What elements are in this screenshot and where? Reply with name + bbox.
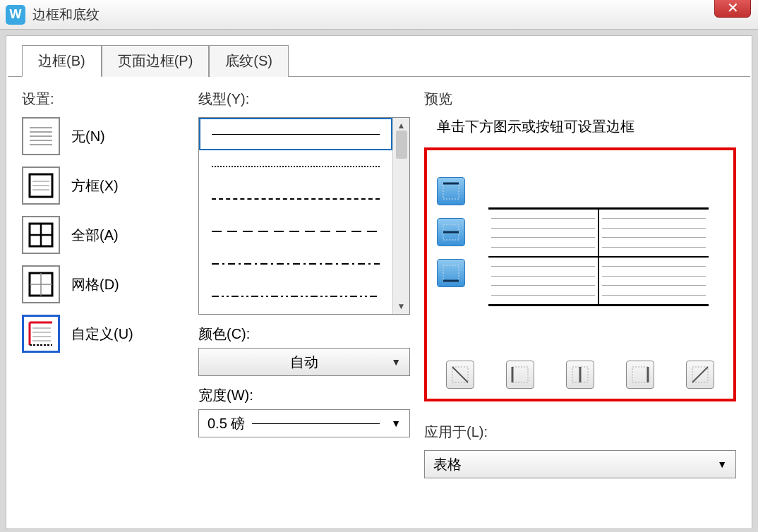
- line-dashed[interactable]: [199, 183, 392, 215]
- line-dotted[interactable]: [199, 150, 392, 183]
- window-title: 边框和底纹: [32, 6, 100, 24]
- line-list: [199, 118, 392, 314]
- line-style-listbox[interactable]: ▲ ▼: [198, 117, 410, 315]
- settings-column: 设置: 无(N) 方框(X) 全部(A): [22, 90, 184, 515]
- scrollbar[interactable]: ▲ ▼: [392, 118, 409, 314]
- preview-column: 预览 单击下方图示或按钮可设置边框: [424, 90, 736, 515]
- dialog-body: 边框(B) 页面边框(P) 底纹(S) 设置: 无(N) 方框(X): [6, 35, 752, 529]
- setting-box[interactable]: 方框(X): [22, 167, 184, 205]
- scroll-up-icon[interactable]: ▲: [397, 121, 406, 131]
- width-label: 宽度(W):: [198, 386, 410, 405]
- preview-table: [488, 207, 709, 306]
- color-label: 颜色(C):: [198, 325, 410, 344]
- setting-custom-label: 自定义(U): [71, 325, 133, 344]
- chevron-down-icon: ▼: [391, 418, 401, 429]
- border-top-button[interactable]: [437, 177, 465, 205]
- preview-label: 预览: [424, 90, 736, 109]
- border-left-button[interactable]: [506, 361, 534, 389]
- chevron-down-icon: ▼: [391, 356, 401, 368]
- app-icon: W: [6, 5, 25, 25]
- apply-section: 应用于(L): 表格 ▼: [424, 423, 736, 478]
- line-dashdot[interactable]: [199, 248, 392, 280]
- apply-dropdown[interactable]: 表格 ▼: [424, 450, 736, 478]
- color-value: 自动: [290, 353, 318, 372]
- titlebar: W 边框和底纹 ✕: [0, 0, 758, 30]
- setting-all[interactable]: 全部(A): [22, 216, 184, 254]
- line-dashdotdot[interactable]: [199, 280, 392, 313]
- close-button[interactable]: ✕: [714, 0, 751, 18]
- apply-label: 应用于(L):: [424, 423, 736, 442]
- svg-rect-34: [632, 367, 648, 382]
- box-icon: [22, 167, 60, 205]
- none-icon: [22, 117, 60, 155]
- preview-canvas[interactable]: [474, 163, 723, 351]
- svg-rect-26: [443, 265, 459, 281]
- tabs: 边框(B) 页面边框(P) 底纹(S): [22, 44, 752, 76]
- svg-line-37: [692, 367, 708, 382]
- setting-grid-label: 网格(D): [71, 275, 119, 294]
- tab-shading[interactable]: 底纹(S): [209, 45, 289, 77]
- scroll-down-icon[interactable]: ▼: [397, 301, 406, 311]
- setting-box-label: 方框(X): [71, 176, 119, 195]
- setting-none[interactable]: 无(N): [22, 117, 184, 155]
- setting-all-label: 全部(A): [71, 226, 119, 245]
- line-dashed-long[interactable]: [199, 215, 392, 248]
- border-diag-down-button[interactable]: [446, 361, 474, 389]
- svg-rect-30: [512, 367, 528, 382]
- color-dropdown[interactable]: 自动 ▼: [198, 348, 410, 376]
- preview-main: [437, 163, 723, 351]
- border-right-button[interactable]: [626, 361, 654, 389]
- tab-content: 设置: 无(N) 方框(X) 全部(A): [8, 76, 750, 528]
- border-bottom-button[interactable]: [437, 259, 465, 287]
- custom-icon: [22, 315, 60, 353]
- preview-box: [424, 147, 736, 401]
- tab-page-border[interactable]: 页面边框(P): [102, 45, 210, 77]
- setting-grid[interactable]: 网格(D): [22, 265, 184, 303]
- setting-none-label: 无(N): [71, 127, 105, 146]
- chevron-down-icon: ▼: [717, 459, 727, 470]
- width-value: 0.5 磅: [207, 414, 245, 433]
- grid-icon: [22, 265, 60, 303]
- scroll-thumb[interactable]: [396, 131, 407, 159]
- preview-hint: 单击下方图示或按钮可设置边框: [437, 117, 736, 136]
- setting-custom[interactable]: 自定义(U): [22, 315, 184, 353]
- line-solid[interactable]: [199, 118, 392, 150]
- width-line-preview: [252, 423, 380, 424]
- border-buttons-left: [437, 177, 465, 351]
- tab-border[interactable]: 边框(B): [22, 45, 102, 77]
- border-diag-up-button[interactable]: [686, 361, 714, 389]
- all-icon: [22, 216, 60, 254]
- svg-rect-22: [443, 183, 459, 199]
- width-dropdown[interactable]: 0.5 磅 ▼: [198, 409, 410, 437]
- line-style-label: 线型(Y):: [198, 90, 410, 109]
- border-hmiddle-button[interactable]: [437, 218, 465, 246]
- svg-line-29: [452, 367, 468, 382]
- border-buttons-bottom: [437, 361, 723, 389]
- border-vmiddle-button[interactable]: [566, 361, 594, 389]
- settings-label: 设置:: [22, 90, 184, 109]
- apply-value: 表格: [433, 455, 462, 474]
- styles-column: 线型(Y): ▲ ▼ 颜色(C): 自动: [198, 90, 410, 515]
